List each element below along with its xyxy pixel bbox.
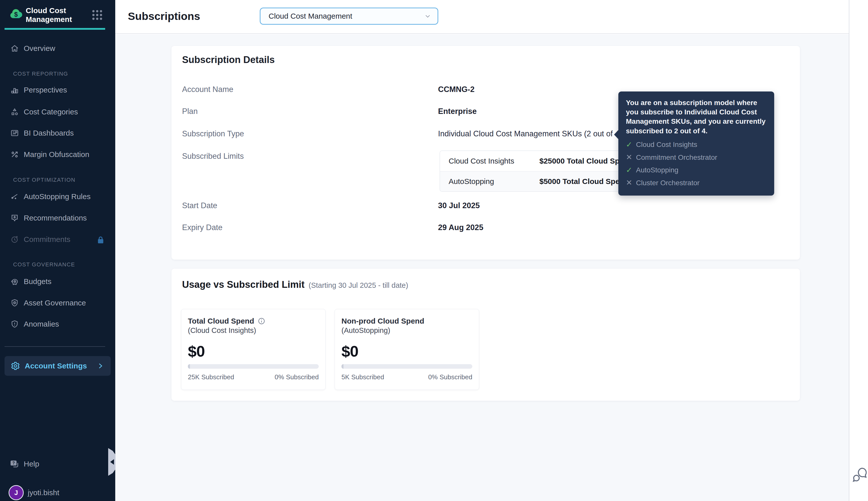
help-label: Help: [24, 460, 39, 468]
bar-chart-icon: [10, 85, 19, 95]
sidebar-item-asset-governance[interactable]: Asset Governance: [0, 295, 115, 311]
account-settings-label: Account Settings: [25, 362, 87, 370]
module-selector-value: Cloud Cost Management: [269, 12, 352, 20]
subscription-type-label: Subscription Type: [182, 129, 244, 138]
sidebar-item-label: Anomalies: [24, 320, 59, 328]
subscribed-percent: 0% Subscribed: [275, 373, 319, 381]
sidebar-item-commitments[interactable]: Commitments: [0, 231, 115, 247]
sidebar: $ Cloud Cost Management Overview COST RE…: [0, 0, 115, 501]
support-chat-icon[interactable]: [852, 466, 868, 486]
sidebar-item-autostopping-rules[interactable]: AutoStopping Rules: [0, 189, 115, 205]
sidebar-item-label: Perspectives: [24, 86, 67, 94]
usage-title: Usage vs Subscribed Limit: [182, 279, 305, 290]
usage-progress-bar: [188, 364, 319, 369]
svg-text:$: $: [14, 11, 18, 18]
section-cost-optimization: COST OPTIMIZATION: [13, 177, 104, 183]
sidebar-item-bi-dashboards[interactable]: BI Dashboards: [0, 125, 115, 141]
top-bar: Subscriptions Cloud Cost Management: [115, 0, 849, 34]
expiry-date-label: Expiry Date: [182, 223, 222, 232]
lock-icon: [96, 235, 104, 243]
account-name-label: Account Name: [182, 85, 233, 94]
sidebar-item-recommendations[interactable]: Recommendations: [0, 210, 115, 226]
usage-subtitle: (Starting 30 Jul 2025 - till date): [308, 281, 408, 290]
sidebar-item-budgets[interactable]: Budgets: [0, 274, 115, 290]
logo-row: $ Cloud Cost Management: [9, 6, 110, 28]
metric-title: Non-prod Cloud Spend: [342, 317, 424, 326]
piggy-bank-icon: [10, 277, 19, 286]
sku-name: AutoStopping: [449, 177, 540, 186]
list-item: ✕ Commitment Orchestrator: [626, 152, 767, 163]
app-title: Cloud Cost Management: [26, 6, 84, 24]
main-content: Subscription Details Account Name CCMNG-…: [115, 34, 849, 501]
app-root: $ Cloud Cost Management Overview COST RE…: [0, 0, 868, 501]
list-item: ✓ Cloud Cost Insights: [626, 139, 767, 150]
sidebar-item-account-settings[interactable]: Account Settings: [4, 356, 111, 376]
sku-label: Cluster Orchestrator: [636, 178, 700, 188]
module-grid-icon[interactable]: [92, 10, 102, 20]
page-title: Subscriptions: [128, 10, 200, 22]
user-name: jyoti.bisht: [28, 488, 59, 497]
section-cost-governance: COST GOVERNANCE: [13, 261, 104, 268]
sku-name: Cloud Cost Insights: [449, 157, 540, 165]
nonprod-cloud-spend-card: Non-prod Cloud Spend (AutoStopping) $0 5…: [335, 309, 479, 390]
shield-dollar-icon: [10, 298, 19, 308]
x-icon: ✕: [626, 152, 636, 163]
autostopping-icon: [10, 192, 19, 201]
sidebar-item-perspectives[interactable]: Perspectives: [0, 82, 115, 98]
metric-amount: $0: [188, 342, 319, 360]
sidebar-item-label: Margin Obfuscation: [24, 150, 89, 159]
chevron-down-icon: [425, 13, 431, 19]
subscribed-amount: 5K Subscribed: [342, 373, 384, 381]
subscription-type-tooltip: You are on a subscription model where yo…: [618, 92, 774, 195]
check-icon: ✓: [626, 139, 636, 150]
start-date-label: Start Date: [182, 201, 217, 210]
metric-amount: $0: [342, 342, 472, 360]
dashboard-image-icon: [10, 129, 19, 138]
expiry-date-value: 29 Aug 2025: [438, 223, 483, 232]
help-button[interactable]: ? Help: [0, 456, 115, 472]
sidebar-item-label: Overview: [24, 44, 55, 53]
shield-alert-icon: [10, 320, 19, 329]
cloud-dollar-logo-icon: $: [9, 7, 24, 21]
tooltip-text: You are on a subscription model where yo…: [626, 98, 767, 136]
sku-label: Commitment Orchestrator: [636, 152, 717, 162]
list-item: ✕ Cluster Orchestrator: [626, 177, 767, 188]
subscribed-percent: 0% Subscribed: [428, 373, 472, 381]
help-chat-icon: ?: [10, 459, 19, 469]
info-icon[interactable]: [258, 317, 265, 325]
sidebar-item-label: AutoStopping Rules: [24, 192, 91, 201]
recommendation-badge-icon: [10, 213, 19, 223]
subscription-type-text: Individual Cloud Cost Management SKUs (2…: [438, 129, 622, 138]
usage-title-row: Usage vs Subscribed Limit (Starting 30 J…: [182, 279, 408, 290]
sidebar-item-label: Budgets: [24, 277, 51, 286]
usage-progress-bar: [342, 364, 472, 369]
right-rail: [849, 0, 868, 501]
account-name-value: CCMNG-2: [438, 85, 474, 94]
progress-fill: [342, 364, 344, 369]
shapes-icon: [10, 107, 19, 116]
tooltip-sku-list: ✓ Cloud Cost Insights ✕ Commitment Orche…: [626, 139, 767, 189]
check-icon: ✓: [626, 164, 636, 175]
sidebar-item-anomalies[interactable]: Anomalies: [0, 316, 115, 332]
metric-subtitle: (AutoStopping): [342, 326, 472, 335]
percent-trend-icon: [10, 150, 19, 159]
sidebar-item-label: Commitments: [24, 235, 70, 244]
sidebar-item-cost-categories[interactable]: Cost Categories: [0, 104, 115, 120]
user-menu[interactable]: J jyoti.bisht: [0, 484, 115, 501]
total-cloud-spend-card: Total Cloud Spend (Cloud Cost Insights) …: [181, 309, 326, 390]
metric-subtitle: (Cloud Cost Insights): [188, 326, 319, 335]
sidebar-item-margin-obfuscation[interactable]: Margin Obfuscation: [0, 147, 115, 162]
plan-label: Plan: [182, 107, 198, 116]
sidebar-item-overview[interactable]: Overview: [0, 40, 115, 56]
sidebar-item-label: Asset Governance: [24, 299, 86, 307]
module-selector-dropdown[interactable]: Cloud Cost Management: [260, 8, 438, 25]
chevron-right-icon: [97, 363, 104, 369]
start-date-value: 30 Jul 2025: [438, 201, 480, 210]
sku-label: AutoStopping: [636, 165, 678, 175]
sku-limit: $5000 Total Cloud Spend: [540, 177, 629, 186]
avatar: J: [9, 485, 24, 500]
metric-title: Total Cloud Spend: [188, 317, 254, 326]
tooltip-arrow: [614, 130, 619, 139]
sidebar-item-label: Recommendations: [24, 214, 87, 222]
sku-label: Cloud Cost Insights: [636, 139, 697, 150]
